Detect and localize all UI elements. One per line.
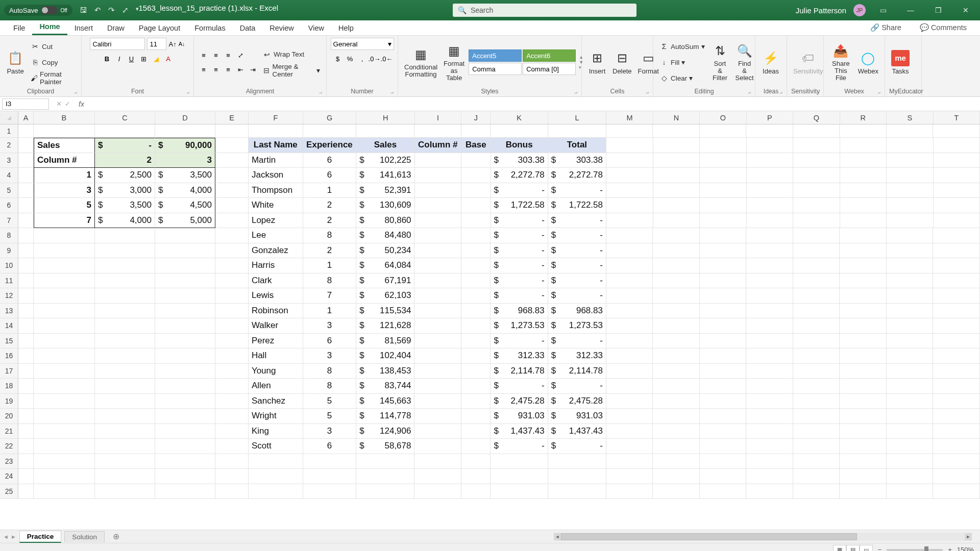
cell[interactable] bbox=[18, 198, 34, 213]
cell[interactable] bbox=[414, 243, 461, 259]
cell[interactable] bbox=[606, 439, 653, 454]
cell[interactable] bbox=[746, 424, 793, 439]
cell[interactable] bbox=[700, 228, 747, 243]
cell[interactable]: $1,437.43 bbox=[548, 424, 606, 439]
cell[interactable] bbox=[34, 318, 95, 334]
column-header[interactable]: M bbox=[606, 111, 653, 124]
cell[interactable] bbox=[155, 454, 215, 469]
cell[interactable] bbox=[414, 439, 461, 454]
cell[interactable]: $5,000 bbox=[155, 213, 215, 229]
cell[interactable] bbox=[653, 409, 700, 424]
cell[interactable] bbox=[653, 484, 700, 499]
cell[interactable] bbox=[414, 469, 461, 484]
cell[interactable] bbox=[461, 364, 491, 379]
cell[interactable] bbox=[461, 334, 491, 349]
cell[interactable] bbox=[700, 124, 747, 138]
cell[interactable]: $1,722.58 bbox=[548, 198, 606, 213]
cell[interactable] bbox=[155, 304, 215, 319]
cell[interactable]: $102,404 bbox=[356, 348, 414, 364]
cell[interactable] bbox=[887, 454, 934, 469]
name-box[interactable]: I3 bbox=[2, 98, 49, 110]
row-header[interactable]: 2 bbox=[0, 138, 18, 153]
cell[interactable] bbox=[95, 409, 155, 424]
cell[interactable] bbox=[461, 273, 491, 289]
cell[interactable] bbox=[461, 379, 491, 394]
cell[interactable] bbox=[215, 138, 249, 153]
cell[interactable]: $50,234 bbox=[356, 243, 414, 259]
tab-review[interactable]: Review bbox=[262, 21, 301, 35]
cell[interactable] bbox=[887, 243, 934, 259]
cell[interactable] bbox=[793, 469, 840, 484]
cell[interactable]: Last Name bbox=[249, 138, 303, 153]
cell[interactable] bbox=[793, 198, 840, 213]
cell[interactable] bbox=[653, 348, 700, 364]
cell[interactable] bbox=[303, 484, 357, 499]
cell[interactable] bbox=[653, 304, 700, 319]
cell[interactable] bbox=[793, 124, 840, 138]
cell[interactable] bbox=[933, 484, 980, 499]
cell[interactable] bbox=[840, 138, 887, 153]
cell[interactable] bbox=[606, 394, 653, 409]
page-break-view-icon[interactable]: ▭ bbox=[860, 545, 873, 552]
cell[interactable] bbox=[653, 288, 700, 304]
cell[interactable] bbox=[18, 168, 34, 183]
cell[interactable] bbox=[18, 273, 34, 289]
cell[interactable] bbox=[933, 364, 980, 379]
share-file-button[interactable]: 📤Share This File bbox=[828, 42, 854, 83]
cell[interactable] bbox=[249, 484, 303, 499]
row-header[interactable]: 5 bbox=[0, 183, 18, 198]
copy-button[interactable]: ⎘Copy bbox=[29, 55, 77, 70]
cell[interactable] bbox=[793, 168, 840, 183]
cell[interactable] bbox=[303, 469, 357, 484]
save-icon[interactable]: 🖫 bbox=[80, 6, 87, 15]
cell[interactable] bbox=[491, 484, 548, 499]
cell[interactable]: 7 bbox=[303, 288, 357, 304]
cell[interactable] bbox=[356, 469, 414, 484]
zoom-in-icon[interactable]: + bbox=[948, 546, 952, 551]
user-avatar[interactable]: JP bbox=[853, 4, 866, 16]
cell[interactable] bbox=[887, 304, 934, 319]
cell[interactable]: $312.33 bbox=[491, 348, 548, 364]
column-header[interactable]: P bbox=[747, 111, 793, 124]
cell[interactable]: $- bbox=[548, 183, 606, 198]
autosave-toggle[interactable]: AutoSave Off bbox=[4, 5, 72, 16]
row-header[interactable]: 17 bbox=[0, 364, 18, 379]
cell[interactable] bbox=[461, 424, 491, 439]
cell[interactable] bbox=[934, 138, 980, 153]
webex-button[interactable]: ◯Webex bbox=[856, 49, 880, 76]
cell[interactable]: $84,480 bbox=[356, 228, 414, 243]
cell[interactable] bbox=[18, 439, 34, 454]
cell[interactable] bbox=[95, 288, 155, 304]
row-header[interactable]: 7 bbox=[0, 213, 18, 229]
column-header[interactable]: D bbox=[155, 111, 215, 124]
cell[interactable] bbox=[840, 243, 887, 259]
cell[interactable]: $62,103 bbox=[356, 288, 414, 304]
row-header[interactable]: 24 bbox=[0, 469, 18, 484]
cell[interactable] bbox=[461, 153, 491, 168]
cell[interactable] bbox=[793, 153, 840, 168]
cell[interactable]: Clark bbox=[249, 273, 303, 289]
sort-filter-button[interactable]: ⇅Sort & Filter bbox=[709, 42, 731, 83]
align-right-icon[interactable]: ≡ bbox=[223, 64, 234, 75]
cell[interactable] bbox=[95, 258, 155, 273]
cell[interactable]: 3 bbox=[303, 318, 357, 334]
cell[interactable] bbox=[414, 409, 461, 424]
cell[interactable] bbox=[215, 394, 249, 409]
cell[interactable] bbox=[461, 439, 491, 454]
cell[interactable] bbox=[414, 454, 461, 469]
cell[interactable] bbox=[746, 228, 793, 243]
row-header[interactable]: 13 bbox=[0, 304, 18, 319]
cell[interactable] bbox=[414, 258, 461, 273]
cell[interactable] bbox=[414, 334, 461, 349]
cell[interactable] bbox=[34, 124, 95, 138]
cell[interactable] bbox=[933, 258, 980, 273]
cell[interactable]: Column # bbox=[34, 153, 95, 168]
cell[interactable] bbox=[18, 469, 34, 484]
row-header[interactable]: 1 bbox=[0, 124, 18, 138]
orientation-icon[interactable]: ⤢ bbox=[235, 49, 246, 61]
cell[interactable] bbox=[18, 288, 34, 304]
cell[interactable]: 2 bbox=[95, 153, 155, 168]
cell-style-comma0[interactable]: Comma [0] bbox=[523, 63, 576, 75]
new-sheet-button[interactable]: ⊕ bbox=[108, 532, 125, 541]
row-header[interactable]: 6 bbox=[0, 198, 18, 213]
